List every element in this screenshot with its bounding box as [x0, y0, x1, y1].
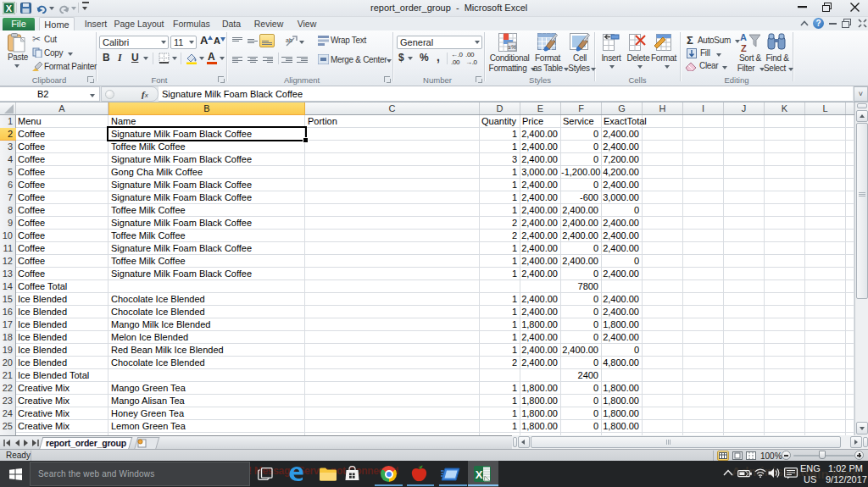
svg-text:A: A — [740, 32, 747, 42]
svg-text:X: X — [476, 468, 483, 481]
svg-text:s%: s% — [508, 44, 516, 50]
svg-text:Z: Z — [741, 43, 747, 53]
svg-text:ab: ab — [286, 37, 292, 43]
svg-text:X: X — [6, 3, 13, 14]
